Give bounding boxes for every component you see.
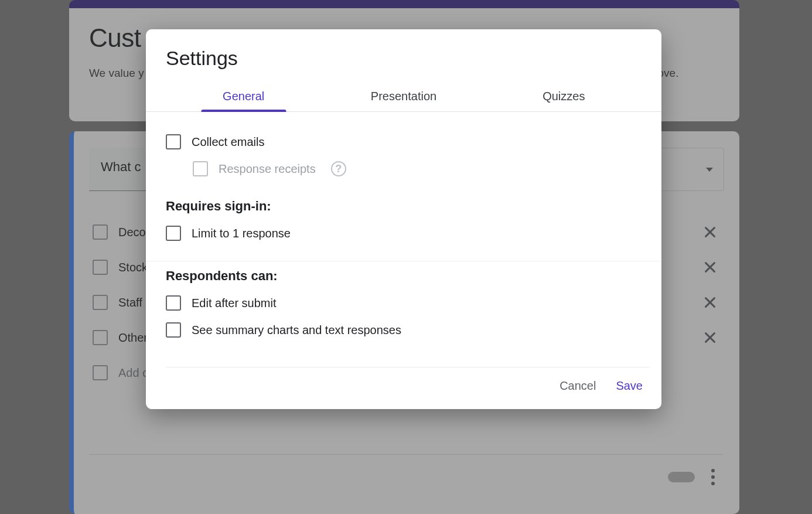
section-divider: [146, 261, 661, 261]
settings-tabs: General Presentation Quizzes: [146, 81, 661, 112]
see-summary-label: See summary charts and text responses: [192, 324, 401, 337]
tab-presentation[interactable]: Presentation: [323, 81, 483, 111]
limit-response-row[interactable]: Limit to 1 response: [166, 220, 642, 247]
response-receipts-row: Response receipts ?: [166, 155, 642, 182]
checkbox-icon[interactable]: [166, 226, 181, 241]
settings-dialog: Settings General Presentation Quizzes Co…: [146, 29, 661, 409]
dialog-title: Settings: [146, 29, 661, 81]
limit-response-label: Limit to 1 response: [192, 227, 291, 240]
save-button[interactable]: Save: [616, 379, 643, 393]
tab-quizzes[interactable]: Quizzes: [484, 81, 644, 111]
collect-emails-row[interactable]: Collect emails: [166, 128, 642, 155]
edit-after-submit-label: Edit after submit: [192, 297, 277, 310]
edit-after-submit-row[interactable]: Edit after submit: [166, 290, 642, 316]
cancel-button[interactable]: Cancel: [559, 379, 596, 393]
respondents-can-heading: Respondents can:: [166, 268, 642, 284]
checkbox-icon[interactable]: [166, 322, 181, 338]
help-icon[interactable]: ?: [331, 161, 346, 176]
dialog-body: Collect emails Response receipts ? Requi…: [146, 112, 661, 355]
collect-emails-label: Collect emails: [192, 135, 264, 149]
dialog-actions: Cancel Save: [166, 367, 650, 407]
checkbox-icon: [193, 161, 208, 176]
checkbox-icon[interactable]: [166, 295, 181, 311]
tab-general[interactable]: General: [163, 81, 323, 111]
response-receipts-label: Response receipts: [219, 162, 316, 176]
requires-sign-in-heading: Requires sign-in:: [166, 199, 642, 214]
checkbox-icon[interactable]: [166, 134, 181, 149]
see-summary-row[interactable]: See summary charts and text responses: [166, 316, 642, 343]
